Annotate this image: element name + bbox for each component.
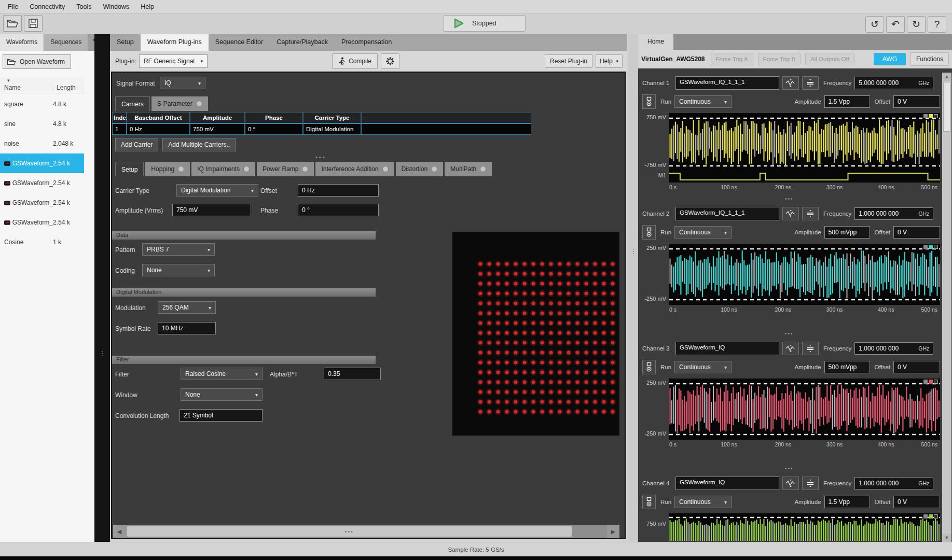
divider-grip[interactable]: ⋮	[94, 352, 110, 355]
plugin-dropdown[interactable]: RF Generic Signal▾	[139, 54, 208, 68]
modulation-dropdown[interactable]: 256 QAM▾	[158, 301, 216, 314]
subtab-power-ramp[interactable]: Power Ramp	[257, 162, 314, 176]
run-mode-dropdown[interactable]: Continuous▾	[674, 226, 732, 239]
pattern-dropdown[interactable]: PRBS 7▾	[142, 243, 215, 256]
window-dropdown[interactable]: None▾	[181, 388, 263, 401]
filter-dropdown[interactable]: Raised Cosine▾	[181, 368, 263, 380]
waveform-name-field[interactable]: GSWaveform_IQ_1_1_1	[675, 76, 779, 90]
open-waveform-button[interactable]: Open Waveform	[3, 54, 71, 69]
tab-s-parameter[interactable]: S-Parameter	[151, 96, 208, 111]
run-mode-dropdown[interactable]: Continuous▾	[674, 361, 732, 373]
reset-plugin-button[interactable]: Reset Plug-in	[545, 54, 592, 68]
channel-splitter-grip[interactable]: •••	[638, 466, 940, 471]
tab-home[interactable]: Home	[638, 34, 673, 50]
tab-carriers[interactable]: Carriers	[115, 96, 150, 111]
column-amplitude[interactable]: Amplitude	[190, 112, 245, 123]
offset-field[interactable]: 0 V	[893, 496, 940, 508]
offset-field[interactable]: 0 Hz	[298, 184, 379, 197]
waveform-name-field[interactable]: GSWaveform_IQ	[675, 477, 779, 490]
amplitude-field[interactable]: 750 mV	[172, 204, 251, 216]
output-toggle-icon[interactable]	[642, 94, 656, 109]
run-mode-dropdown[interactable]: Continuous▾	[674, 95, 732, 108]
tab-waveform-plug-ins[interactable]: Waveform Plug-ins	[141, 34, 209, 51]
vertical-scrollbar[interactable]: ▲ ▼	[942, 73, 951, 542]
column-baseband-offset[interactable]: Baseband Offset	[127, 112, 190, 123]
table-row[interactable]: 10 Hz750 mV0 °Digital Modulation	[112, 123, 531, 135]
carrier-type-dropdown[interactable]: Digital Modulation▾	[176, 184, 258, 197]
offset-level-icon[interactable]	[802, 477, 819, 490]
column-length[interactable]: Length	[52, 84, 76, 91]
cell-carrier-type[interactable]: Digital Modulation	[303, 123, 361, 135]
list-item[interactable]: GSWaveform_2.54 k	[0, 153, 84, 173]
column-index[interactable]: Index	[112, 112, 127, 123]
save-button[interactable]	[24, 15, 43, 32]
menu-windows[interactable]: Windows	[97, 1, 135, 12]
waveform-name-field[interactable]: GSWaveform_IQ_1_1_1	[675, 207, 779, 220]
column-phase[interactable]: Phase	[245, 112, 303, 123]
symbol-rate-field[interactable]: 10 MHz	[158, 322, 216, 334]
list-header[interactable]: ▾ Name Length	[0, 78, 84, 93]
frequency-field[interactable]: 5.000 000 000GHz	[854, 77, 933, 89]
subtab-interference-addition[interactable]: Interference Addition	[315, 162, 394, 176]
history-icon[interactable]: ↺	[865, 16, 884, 33]
button-force-trig-b[interactable]: Force Trig B	[758, 53, 801, 65]
run-mode-dropdown[interactable]: Continuous▾	[674, 496, 732, 508]
column-name[interactable]: Name	[4, 84, 21, 91]
amplitude-field[interactable]: 1.5 Vpp	[824, 496, 870, 508]
list-item[interactable]: sine4.8 k	[0, 114, 84, 134]
horizontal-scrollbar[interactable]: ◀ ••• ▶	[113, 525, 619, 538]
button-all-outputs-off[interactable]: All Outputs Off	[805, 53, 854, 65]
tab-precompensation[interactable]: Precompensation	[335, 34, 398, 51]
subtab-iq-impairments[interactable]: IQ Impairments	[191, 162, 255, 176]
compile-button[interactable]: Compile	[332, 53, 378, 69]
menu-file[interactable]: File	[2, 1, 24, 12]
output-toggle-icon[interactable]	[642, 225, 656, 240]
tab-capture-playback[interactable]: Capture/Playback	[270, 34, 335, 51]
open-file-button[interactable]	[3, 15, 22, 32]
subtab-distortion[interactable]: Distortion	[396, 162, 444, 176]
frequency-field[interactable]: 1.000 000 000GHz	[854, 342, 933, 355]
undo-icon[interactable]: ↶	[886, 16, 905, 33]
frequency-field[interactable]: 1.000 000 000GHz	[854, 477, 933, 489]
menu-tools[interactable]: Tools	[71, 1, 97, 12]
list-item[interactable]: square4.8 k	[0, 94, 84, 114]
tab-setup[interactable]: Setup	[110, 34, 141, 51]
signal-format-dropdown[interactable]: IQ▾	[160, 77, 205, 89]
help-button[interactable]: Help▾	[596, 54, 623, 68]
channel-splitter-grip[interactable]: •••	[638, 331, 940, 337]
list-item[interactable]: GSWaveform_2.54 k	[0, 173, 84, 193]
list-item[interactable]: noise2.048 k	[0, 134, 84, 153]
waveform-scale-icon[interactable]	[782, 342, 799, 355]
waveform-scale-icon[interactable]	[782, 477, 799, 490]
tab-sequences[interactable]: Sequences	[44, 34, 88, 51]
phase-field[interactable]: 0 °	[298, 204, 379, 216]
button-force-trig-a[interactable]: Force Trig A	[711, 53, 753, 65]
column-carrier-type[interactable]: Carrier Type	[303, 112, 361, 123]
cell-phase[interactable]: 0 °	[245, 123, 303, 135]
panel-splitter[interactable]: ⋮	[629, 34, 638, 542]
cell-amplitude[interactable]: 750 mV	[190, 123, 245, 135]
cell-baseband-offset[interactable]: 0 Hz	[127, 123, 190, 135]
waveform-scale-icon[interactable]	[782, 76, 799, 90]
help-icon[interactable]: ?	[928, 16, 946, 33]
functions-button[interactable]: Functions	[910, 52, 949, 66]
scroll-up-icon[interactable]: ▲	[942, 73, 951, 81]
output-toggle-icon[interactable]	[642, 360, 656, 374]
scroll-right-icon[interactable]: ▶	[607, 525, 619, 538]
menu-connectivity[interactable]: Connectivity	[24, 1, 71, 12]
cell-index[interactable]: 1	[112, 123, 127, 135]
scroll-down-icon[interactable]: ▼	[942, 534, 951, 542]
offset-field[interactable]: 0 V	[893, 226, 940, 239]
amplitude-field[interactable]: 1.5 Vpp	[824, 95, 870, 108]
subtab-setup[interactable]: Setup	[115, 162, 144, 176]
offset-field[interactable]: 0 V	[893, 361, 940, 373]
panel-divider[interactable]: ⋮	[94, 34, 110, 542]
compile-settings-button[interactable]	[381, 53, 399, 69]
list-item[interactable]: GSWaveform_2.54 k	[0, 213, 84, 232]
coding-dropdown[interactable]: None▾	[142, 264, 215, 276]
convolution-length-field[interactable]: 21 Symbol	[180, 409, 263, 422]
offset-level-icon[interactable]	[802, 342, 819, 355]
refresh-icon[interactable]: ↻	[907, 16, 926, 33]
scrollbar-thumb[interactable]	[943, 82, 950, 132]
subtab-multipath[interactable]: MultiPath	[445, 162, 492, 176]
